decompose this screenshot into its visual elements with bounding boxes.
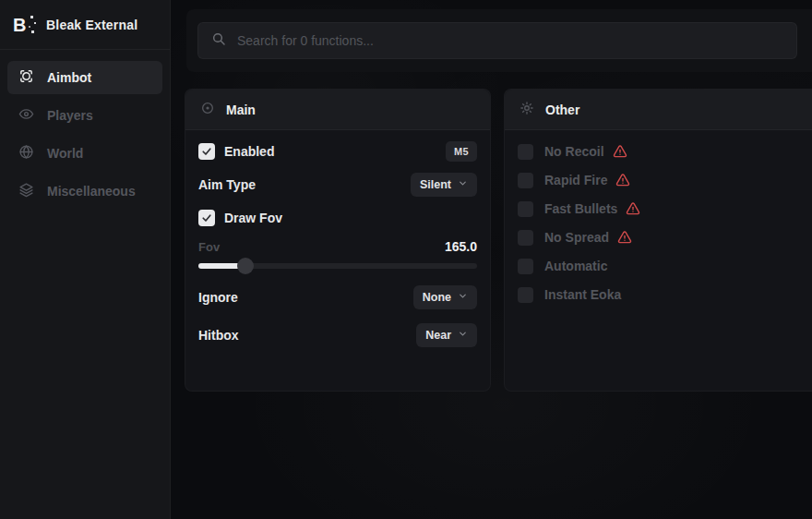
automatic-checkbox[interactable] [518,259,533,274]
fov-value: 165.0 [445,239,477,254]
app-title: Bleak External [46,18,137,32]
gear-icon [519,101,534,119]
hitbox-value: Near [425,329,451,342]
eye-icon [18,106,34,125]
sidebar-item-label: Aimbot [47,70,91,85]
chevron-down-icon [458,329,468,342]
instant-eoka-label: Instant Eoka [544,287,621,302]
sidebar-item-label: Players [47,108,93,123]
chevron-down-icon [458,178,468,191]
draw-fov-label: Draw Fov [224,211,282,225]
keybind-button[interactable]: M5 [446,141,477,162]
sidebar-item-aimbot[interactable]: Aimbot [7,61,162,94]
fast-bullets-label: Fast Bullets [544,201,617,216]
search-icon [211,31,226,50]
panel-other-header: Other [505,90,812,130]
sidebar-item-label: World [47,146,83,161]
search-box[interactable] [197,22,797,59]
no-recoil-label: No Recoil [544,144,604,159]
setting-row-no-recoil: No Recoil [518,140,801,163]
sidebar-item-world[interactable]: World [7,137,162,170]
setting-row-hitbox: Hitbox Near [198,323,477,347]
app-window: B Bleak External Aimbot [0,0,812,519]
sidebar-item-players[interactable]: Players [7,99,162,132]
setting-row-aim-type: Aim Type Silent [198,174,477,196]
rapid-fire-label: Rapid Fire [544,173,607,187]
search-bar-container [186,9,812,72]
hitbox-dropdown[interactable]: Near [416,323,477,347]
instant-eoka-checkbox[interactable] [518,287,533,303]
setting-row-automatic: Automatic [518,255,801,277]
sidebar-item-label: Miscellaneous [47,184,136,199]
warning-icon [626,201,640,216]
aim-type-label: Aim Type [198,177,256,192]
setting-row-no-spread: No Spread [518,226,801,248]
app-logo-icon: B [13,14,35,36]
sidebar-item-miscellaneous[interactable]: Miscellaneous [7,175,162,208]
ignore-dropdown[interactable]: None [413,285,477,309]
sidebar: B Bleak External Aimbot [0,0,171,519]
warning-icon [615,173,630,187]
setting-row-ignore: Ignore None [198,285,477,309]
fov-slider-thumb[interactable] [237,258,254,274]
panel-main-body: Enabled M5 Aim Type Silent Draw Fov [185,130,490,347]
setting-row-rapid-fire: Rapid Fire [518,169,801,191]
fast-bullets-checkbox[interactable] [518,201,533,217]
setting-row-fov: Fov 165.0 [198,238,477,255]
ignore-label: Ignore [198,290,238,305]
warning-icon [617,230,632,245]
setting-row-fast-bullets: Fast Bullets [518,198,801,220]
crosshair-icon [18,68,34,87]
panel-other: Other No Recoil Rapid Fire Fast Bullets [504,89,812,392]
brand: B Bleak External [0,0,170,50]
panel-main: Main Enabled M5 Aim Type Silent [185,89,491,392]
layers-icon [18,182,34,200]
setting-row-draw-fov: Draw Fov [198,207,477,229]
panel-title: Main [226,103,256,117]
no-spread-checkbox[interactable] [518,230,533,246]
target-icon [200,101,215,119]
setting-row-enabled: Enabled M5 [198,140,477,163]
aim-type-value: Silent [420,178,451,191]
enabled-checkbox[interactable] [198,143,215,160]
panel-title: Other [545,103,579,117]
panel-other-body: No Recoil Rapid Fire Fast Bullets [505,130,812,306]
panel-main-header: Main [185,90,490,130]
globe-icon [18,144,34,163]
fov-slider[interactable] [198,258,477,274]
ignore-value: None [423,291,451,304]
fov-label: Fov [198,240,220,254]
search-input[interactable] [237,33,783,48]
automatic-label: Automatic [544,259,607,273]
sidebar-nav: Aimbot Players [0,50,170,219]
chevron-down-icon [458,291,468,304]
no-recoil-checkbox[interactable] [518,144,533,160]
aim-type-dropdown[interactable]: Silent [411,173,477,197]
setting-row-instant-eoka: Instant Eoka [518,284,801,306]
warning-icon [613,144,627,159]
hitbox-label: Hitbox [198,328,239,343]
enabled-label: Enabled [224,144,274,159]
no-spread-label: No Spread [544,230,609,245]
draw-fov-checkbox[interactable] [198,210,215,226]
rapid-fire-checkbox[interactable] [518,173,533,188]
